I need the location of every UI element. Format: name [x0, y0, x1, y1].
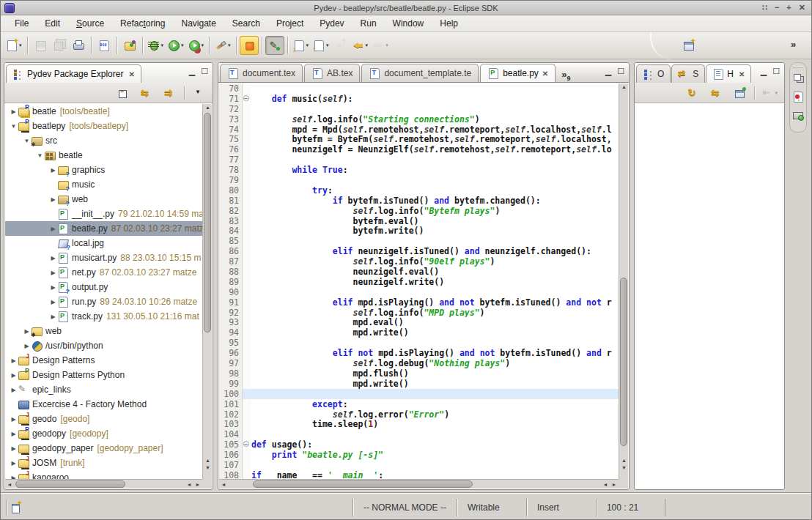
- menu-help[interactable]: Help: [432, 16, 466, 31]
- tree-item-graphics[interactable]: ▶graphics: [5, 163, 202, 177]
- explorer-vertical-scrollbar[interactable]: ▲ ▲▼: [202, 104, 212, 479]
- maximize-view-icon[interactable]: ☐: [201, 67, 208, 76]
- open-perspective-button[interactable]: [679, 36, 698, 55]
- menu-pydev[interactable]: Pydev: [311, 16, 352, 31]
- refresh-button[interactable]: [684, 83, 703, 103]
- editor-vertical-scrollbar[interactable]: ▲ ▲▼: [619, 83, 628, 479]
- tree-item-web[interactable]: ▶web: [5, 192, 202, 207]
- windows-view-button[interactable]: [789, 70, 808, 85]
- minimize-view-icon[interactable]: ▁: [189, 67, 195, 76]
- expander-collapsed-icon[interactable]: ▶: [49, 196, 57, 203]
- maximize-view-icon[interactable]: ☐: [772, 67, 780, 76]
- tree-item-design-patterns[interactable]: ▶Design Patterns: [5, 353, 202, 368]
- menu-edit[interactable]: Edit: [37, 16, 68, 31]
- drag-handle[interactable]: [793, 66, 803, 67]
- tree-item-musicart-py[interactable]: ▶musicart.py88 23.03.10 15:15 m: [5, 250, 202, 265]
- expander-collapsed-icon[interactable]: ▶: [49, 284, 57, 291]
- expander-collapsed-icon[interactable]: ▶: [49, 270, 57, 276]
- menu-run[interactable]: Run: [353, 16, 385, 31]
- brush-button[interactable]: ▾: [213, 36, 233, 55]
- expander-collapsed-icon[interactable]: ▶: [10, 431, 18, 437]
- collapse-all-button[interactable]: [114, 83, 133, 103]
- pin-button[interactable]: [731, 83, 750, 103]
- editor-tab-ab-tex[interactable]: AB.tex: [304, 64, 360, 82]
- tree-item-excercise-4-factory-method[interactable]: Excercise 4 - Factory Method: [5, 397, 202, 412]
- editor-horizontal-scrollbar[interactable]: ◄ ◄►: [219, 479, 619, 489]
- expander-collapsed-icon[interactable]: ▶: [49, 226, 57, 232]
- window-dots-icon[interactable]: ∷: [762, 3, 767, 12]
- menu-search[interactable]: Search: [224, 16, 268, 31]
- expander-collapsed-icon[interactable]: ▶: [49, 299, 57, 305]
- collapse-fold-icon[interactable]: −: [243, 95, 249, 101]
- editor-tab-beatle-py[interactable]: beatle.py✕: [480, 64, 556, 82]
- dropdown-arrow-icon[interactable]: ▾: [306, 42, 309, 48]
- tree-item-geodopy-paper[interactable]: ▶geodopy_paper[geodopy_paper]: [5, 441, 202, 456]
- binary-button[interactable]: [95, 36, 114, 55]
- menu-navigate[interactable]: Navigate: [173, 16, 224, 31]
- close-icon[interactable]: ✕: [739, 70, 745, 78]
- tree-item-output-py[interactable]: ▶Poutput.py: [5, 280, 202, 294]
- expander-collapsed-icon[interactable]: ▶: [10, 445, 18, 452]
- tree-item-josm[interactable]: ▶JOSM[trunk]: [5, 456, 202, 470]
- tree-item-net-py[interactable]: ▶net.py87 02.03.10 23:27 matze: [5, 265, 202, 280]
- dropdown-arrow-icon[interactable]: ▾: [228, 42, 231, 48]
- view-menu-button[interactable]: [189, 83, 208, 103]
- expander-collapsed-icon[interactable]: ▶: [49, 255, 57, 261]
- back-arrow-button[interactable]: ▾: [350, 36, 371, 55]
- tree-item-src[interactable]: ▼src: [5, 133, 202, 148]
- view-tab-h[interactable]: H✕: [706, 64, 751, 83]
- pydev-folder-button[interactable]: [120, 36, 139, 55]
- menu-refactoring[interactable]: Refactoring: [112, 16, 173, 31]
- print-button[interactable]: [69, 36, 88, 55]
- tree-item-beatle-py[interactable]: ▶beatle.py87 02.03.10 23:27 matz: [5, 221, 202, 236]
- tree-item-epic-links[interactable]: ▶epic_links: [5, 382, 202, 397]
- minimize-view-icon[interactable]: ▁: [761, 67, 767, 76]
- code-editor[interactable]: 7071− def music(self):7273 self.log.info…: [219, 83, 619, 479]
- expander-collapsed-icon[interactable]: ▶: [10, 372, 18, 379]
- tree-item-local-jpg[interactable]: local.jpg: [5, 236, 202, 250]
- dropdown-arrow-icon[interactable]: ▾: [181, 42, 184, 48]
- explorer-horizontal-scrollbar[interactable]: ◄ ◄►: [5, 479, 202, 489]
- stop-button[interactable]: [240, 36, 259, 55]
- run-ext-button[interactable]: ▾: [186, 36, 207, 55]
- dropdown-arrow-icon[interactable]: ▾: [161, 42, 164, 48]
- dropdown-arrow-icon[interactable]: ▾: [385, 42, 388, 48]
- swap-button[interactable]: [707, 83, 726, 103]
- tree-item-geodo[interactable]: ▶geodo[geodo]: [5, 412, 202, 426]
- minimize-view-icon[interactable]: ▁: [605, 67, 611, 76]
- dropdown-arrow-icon[interactable]: ▾: [326, 42, 329, 48]
- dropdown-arrow-icon[interactable]: ▾: [19, 42, 22, 48]
- tree-item-geodopy[interactable]: ▶geodopy[geodopy]: [5, 426, 202, 441]
- tree-item-beatle[interactable]: ▼beatle: [5, 148, 202, 163]
- expander-collapsed-icon[interactable]: ▶: [49, 167, 57, 174]
- close-icon[interactable]: ✕: [799, 3, 805, 12]
- expander-collapsed-icon[interactable]: ▶: [10, 460, 18, 467]
- tab-pydev-package-explorer[interactable]: Pydev Package Explorer ✕: [6, 64, 141, 83]
- tree-item-kangaroo[interactable]: ▶kangaroo: [5, 470, 202, 479]
- dropdown-arrow-icon[interactable]: ▾: [202, 42, 204, 48]
- tree-item-beatlepy[interactable]: ▼beatlepy[tools/beatlepy]: [5, 119, 202, 133]
- debug-button[interactable]: ▾: [146, 36, 166, 55]
- close-icon[interactable]: ✕: [542, 70, 548, 78]
- expander-collapsed-icon[interactable]: ▶: [23, 328, 31, 335]
- expander-collapsed-icon[interactable]: ▶: [10, 416, 18, 423]
- editor-tab-document-template-te[interactable]: document_template.te: [361, 64, 479, 82]
- expander-expanded-icon[interactable]: ▼: [36, 152, 44, 159]
- menu-window[interactable]: Window: [385, 16, 432, 31]
- mark-button[interactable]: [265, 36, 284, 55]
- menu-source[interactable]: Source: [68, 16, 112, 31]
- tree-item-web[interactable]: ▶web: [5, 324, 202, 338]
- expander-collapsed-icon[interactable]: ▶: [10, 357, 18, 364]
- view-tab-o[interactable]: O: [636, 64, 671, 83]
- menu-file[interactable]: File: [7, 16, 37, 31]
- close-icon[interactable]: ✕: [128, 70, 134, 78]
- next-ann-button[interactable]: ▾: [291, 36, 311, 55]
- tree-item-design-patterns-python[interactable]: ▶Design Patterns Python: [5, 368, 202, 382]
- expander-collapsed-icon[interactable]: ▶: [23, 343, 31, 349]
- fold-marker[interactable]: −: [243, 439, 251, 450]
- tree-item--usr-bin-python[interactable]: ▶/usr/bin/python: [5, 338, 202, 353]
- expander-collapsed-icon[interactable]: ▶: [10, 108, 18, 115]
- fold-marker[interactable]: −: [243, 94, 251, 104]
- editor-tab-document-tex[interactable]: document.tex: [220, 64, 303, 82]
- console-view-button[interactable]: [789, 108, 808, 123]
